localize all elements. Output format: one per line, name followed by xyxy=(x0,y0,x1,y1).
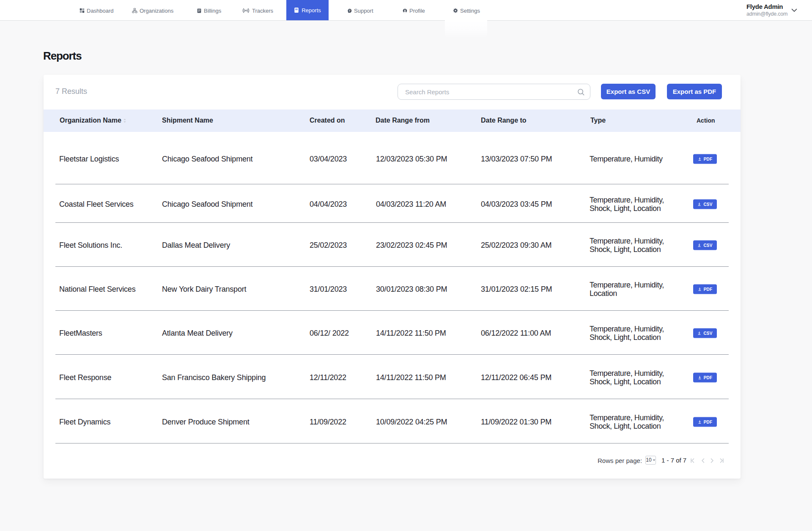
svg-text:?: ? xyxy=(349,9,351,12)
